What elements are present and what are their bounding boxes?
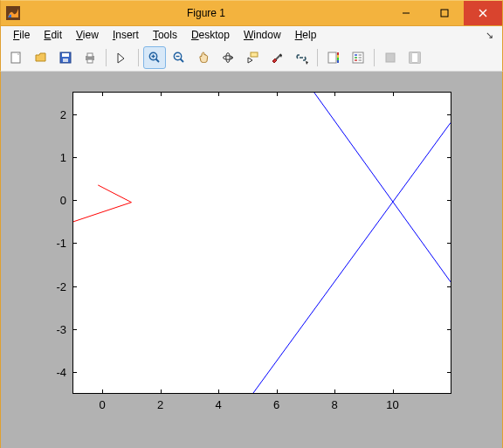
hide-plot-tools-button[interactable] xyxy=(379,46,402,69)
y-tick-label: 0 xyxy=(60,194,66,207)
new-figure-button[interactable] xyxy=(5,46,28,69)
plot-lines xyxy=(73,93,451,393)
svg-rect-10 xyxy=(87,53,93,57)
y-tick xyxy=(73,243,77,244)
window-controls xyxy=(387,1,502,25)
menu-tools[interactable]: Tools xyxy=(146,26,184,45)
app-icon xyxy=(1,1,25,25)
series-line1 xyxy=(253,122,451,393)
data-cursor-button[interactable] xyxy=(241,46,264,69)
svg-rect-8 xyxy=(63,59,68,62)
menu-window[interactable]: Window xyxy=(237,26,288,45)
x-tick-label: 6 xyxy=(273,398,279,411)
insert-legend-button[interactable] xyxy=(347,46,369,69)
edit-plot-button[interactable] xyxy=(111,46,134,69)
brush-button[interactable] xyxy=(265,46,288,69)
save-button[interactable] xyxy=(54,46,77,69)
y-tick-label: 1 xyxy=(60,150,66,163)
svg-marker-26 xyxy=(306,61,308,65)
svg-rect-31 xyxy=(337,60,339,63)
svg-rect-27 xyxy=(328,52,336,63)
x-tick-label: 0 xyxy=(100,398,106,411)
svg-point-20 xyxy=(226,53,230,63)
close-button[interactable] xyxy=(464,1,502,25)
y-tick xyxy=(73,286,77,287)
x-tick xyxy=(393,389,394,393)
svg-rect-39 xyxy=(386,53,395,62)
svg-rect-30 xyxy=(337,58,339,60)
svg-line-17 xyxy=(181,59,184,63)
zoom-in-button[interactable] xyxy=(143,46,166,69)
titlebar: Figure 1 xyxy=(0,0,503,26)
svg-rect-28 xyxy=(337,52,339,55)
print-button[interactable] xyxy=(79,46,101,69)
series-arrow xyxy=(73,185,131,222)
zoom-out-button[interactable] xyxy=(168,46,190,69)
link-button[interactable] xyxy=(290,46,313,69)
svg-rect-32 xyxy=(353,52,363,63)
x-tick-label: 10 xyxy=(386,398,398,411)
x-tick xyxy=(218,389,219,393)
x-tick xyxy=(277,389,278,393)
y-tick-label: -3 xyxy=(56,323,66,336)
svg-rect-41 xyxy=(410,52,412,63)
dock-controls-icon[interactable]: ↘ xyxy=(486,30,497,41)
y-tick-label: 2 xyxy=(60,107,66,121)
maximize-button[interactable] xyxy=(425,1,464,25)
svg-line-13 xyxy=(156,59,160,63)
svg-rect-11 xyxy=(87,59,93,63)
menu-help[interactable]: Help xyxy=(288,26,324,45)
menu-insert[interactable]: Insert xyxy=(106,26,146,45)
pan-button[interactable] xyxy=(192,46,215,69)
y-tick xyxy=(73,329,77,330)
menubar: File Edit View Insert Tools Desktop Wind… xyxy=(0,26,503,45)
menu-edit[interactable]: Edit xyxy=(37,26,69,45)
x-tick-label: 4 xyxy=(216,398,222,411)
insert-colorbar-button[interactable] xyxy=(322,46,345,69)
series-line2 xyxy=(314,93,451,282)
y-tick xyxy=(73,200,77,201)
menu-file[interactable]: File xyxy=(6,26,37,45)
menu-desktop[interactable]: Desktop xyxy=(184,26,237,45)
open-button[interactable] xyxy=(30,46,52,69)
x-tick-label: 8 xyxy=(331,398,337,411)
svg-rect-42 xyxy=(417,52,420,63)
minimize-button[interactable] xyxy=(387,1,425,25)
svg-rect-2 xyxy=(441,10,448,17)
x-tick xyxy=(334,389,335,393)
toolbar xyxy=(0,45,503,72)
y-tick-label: -1 xyxy=(56,237,66,250)
svg-rect-22 xyxy=(251,52,258,57)
x-tick xyxy=(102,389,103,393)
x-tick xyxy=(161,389,162,393)
y-tick-label: -2 xyxy=(56,279,66,293)
y-tick xyxy=(73,114,77,115)
figure-client-area: -4-3-2-10120246810 xyxy=(0,72,503,448)
show-plot-tools-button[interactable] xyxy=(403,46,426,69)
y-tick xyxy=(73,157,77,158)
window-title: Figure 1 xyxy=(25,1,387,25)
y-tick-label: -4 xyxy=(56,366,66,379)
rotate3d-button[interactable] xyxy=(217,46,239,69)
y-tick xyxy=(73,372,77,373)
menu-view[interactable]: View xyxy=(69,26,106,45)
svg-rect-7 xyxy=(62,53,69,57)
axes[interactable]: -4-3-2-10120246810 xyxy=(72,92,451,394)
x-tick-label: 2 xyxy=(157,398,163,411)
svg-rect-29 xyxy=(337,55,339,58)
